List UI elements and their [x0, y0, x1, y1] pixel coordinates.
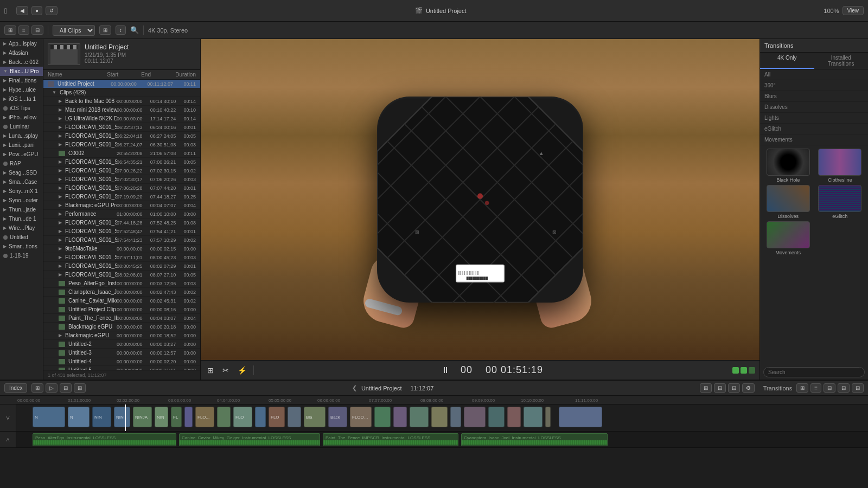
back-button[interactable]: ◀: [16, 6, 28, 15]
transition-movements[interactable]: Movements: [763, 221, 813, 255]
view-button[interactable]: View: [843, 6, 864, 15]
library-row[interactable]: C0002 20:55:20:08 21:06:57:08 00:11: [43, 149, 200, 158]
library-row-performance[interactable]: ▶Performance 01:00:00:00 01:00:10:00 00:…: [43, 210, 200, 219]
trans-section-blurs[interactable]: Blurs: [760, 91, 868, 102]
library-row[interactable]: ▶FLOORCAM_S001_S00... 07:44:18;28 07:52:…: [43, 219, 200, 227]
tl-btn-e[interactable]: ⊟: [852, 383, 864, 393]
toolbar-filter-btn[interactable]: ⊞: [99, 25, 111, 35]
tl-btn-4[interactable]: ⊞: [74, 383, 86, 393]
library-row[interactable]: ▶FLOORCAM_S001_S00... 06:27:24;07 06:30:…: [43, 140, 200, 149]
clip-segment[interactable]: NIN: [114, 407, 130, 427]
library-row[interactable]: ▶FLOORCAM_S001_S00... 07:52:48;47 07:54:…: [43, 227, 200, 236]
sidebar-item-ios1[interactable]: ▶ iOS 1...ta 1: [0, 94, 43, 104]
sidebar-item-thun2[interactable]: ▶ Thun...de 1: [0, 214, 43, 223]
sidebar-item-atlasian[interactable]: ▶ Atlasian: [0, 48, 43, 57]
library-row[interactable]: Paint_The_Fence_IMPS... 00:00:00:00 00:0…: [43, 314, 200, 323]
transition-black-hole[interactable]: Black Hole: [763, 149, 813, 183]
library-row[interactable]: ▶FLOORCAM_S001_S00... 08:00:45;25 08:02:…: [43, 262, 200, 271]
clip-segment[interactable]: [488, 407, 505, 427]
sidebar-item-sony[interactable]: ▶ Sony...mX 1: [0, 187, 43, 196]
clips-dropdown[interactable]: All Clips: [53, 25, 95, 36]
sidebar-item-final[interactable]: ▶ Final...tions: [0, 76, 43, 85]
clip-segment[interactable]: NIN: [155, 407, 168, 427]
clip-segment[interactable]: FL: [171, 407, 182, 427]
audio-clip-3[interactable]: Paint_The_Fence_IMPSCR_Instrumental_LOSS…: [323, 433, 458, 446]
tl-zoom-in[interactable]: ⊞: [700, 383, 712, 393]
toolbar-btn-2[interactable]: ≡: [18, 25, 29, 35]
clip-segment[interactable]: FLO...: [195, 407, 214, 427]
library-row[interactable]: ▶Back to the Mac 008 -... 00:00:00:00 00…: [43, 97, 200, 106]
forward-button[interactable]: ●: [31, 6, 42, 15]
sidebar-item-wire[interactable]: ▶ Wire...Play: [0, 223, 43, 233]
toolbar-sort-btn[interactable]: ↕: [116, 25, 126, 35]
tl-settings[interactable]: ⚙: [742, 383, 755, 393]
clip-segment[interactable]: [431, 407, 448, 427]
trans-section-movements[interactable]: Movements: [760, 134, 868, 145]
speed-icon[interactable]: ⚡: [235, 365, 249, 376]
clip-segment[interactable]: NIN: [92, 407, 111, 427]
sidebar-item-ipho[interactable]: ▶ iPho...ellow: [0, 113, 43, 122]
transition-dissolve[interactable]: Dissolves: [763, 185, 813, 219]
sidebar-item-app-display[interactable]: ▶ App...isplay: [0, 39, 43, 48]
tl-zoom-out[interactable]: ⊟: [714, 383, 726, 393]
tab-installed[interactable]: Installed Transitions: [814, 53, 869, 69]
clip-segment[interactable]: [184, 407, 193, 427]
sidebar-item-blackmagic[interactable]: ▼ Blac...U Pro: [0, 67, 43, 76]
library-row[interactable]: Untitled Project Clip 00:00:00:00 00:00:…: [43, 305, 200, 314]
audio-track-content[interactable]: Peso_AlterEgo_Instrumental_LOSSLESS Cani…: [16, 432, 868, 447]
library-row[interactable]: ▶FLOORCAM_S001_S00... 07:02:30;17 07:06:…: [43, 175, 200, 184]
sidebar-item-hype[interactable]: ▶ Hype...uice: [0, 85, 43, 94]
toolbar-btn-3[interactable]: ⊟: [31, 25, 43, 35]
audio-clip-1[interactable]: Peso_AlterEgo_Instrumental_LOSSLESS: [33, 433, 176, 446]
tl-btn-1[interactable]: ⊞: [31, 383, 43, 393]
preview-video[interactable]: ▲ ⊠ ⊠ ||| |||| || |||| ||| || ██████████…: [201, 39, 760, 360]
library-row-untitled4[interactable]: Untitled-4 00:00:00:00 00:00:02;20 00:00: [43, 357, 200, 366]
tl-fit[interactable]: ⊟: [728, 383, 740, 393]
library-row[interactable]: ▶FLOORCAM_S001_S00... 08:02:08;01 08:07:…: [43, 271, 200, 279]
tl-btn-b[interactable]: ≡: [810, 383, 821, 393]
audio-clip-4[interactable]: Cyanoptera_Isaac_Joel_Instrumental_LOSSL…: [461, 433, 608, 446]
library-row[interactable]: ▶FLOORCAM_S001_S00... 06:22:04;18 06:27:…: [43, 132, 200, 140]
library-row[interactable]: ▶Blackmagic eGPU Pro... 00:00:00:00 00:0…: [43, 201, 200, 210]
library-row[interactable]: ▶FLOORCAM_S001_S00... 07:57:11;01 08:00:…: [43, 253, 200, 262]
clip-segment[interactable]: FLO: [269, 407, 285, 427]
library-row-untitled2[interactable]: Untitled-2 00:00:00:00 00:00:03;27 00:00: [43, 340, 200, 349]
clip-segment[interactable]: FLO: [233, 407, 252, 427]
trans-section-all[interactable]: All: [760, 69, 868, 80]
sidebar-item-seag[interactable]: ▶ Seag...SSD: [0, 168, 43, 177]
clip-segment[interactable]: N: [33, 407, 65, 427]
library-row[interactable]: ▶9to5MacTake 00:00:00:00 00:00:02;15 00:…: [43, 245, 200, 253]
clip-segment[interactable]: NINJA: [133, 407, 152, 427]
toolbar-btn-1[interactable]: ⊞: [4, 25, 16, 35]
library-row-peso[interactable]: Peso_AlterEgo_Instrum... 00:00:00:00 00:…: [43, 279, 200, 288]
library-row[interactable]: Blackmagic eGPU 00:00:00:00 00:00:20;18 …: [43, 323, 200, 331]
sidebar-item-pow[interactable]: ▶ Pow...eGPU: [0, 150, 43, 159]
library-row[interactable]: ▶FLOORCAM_S001_S00... 07:19:09;20 07:44:…: [43, 192, 200, 201]
clip-segment[interactable]: [507, 407, 521, 427]
library-row-untitled3[interactable]: Untitled-3 00:00:00:00 00:00:12;57 00:00: [43, 349, 200, 357]
clip-segment[interactable]: [524, 407, 542, 427]
clip-segment[interactable]: [559, 407, 602, 427]
clip-segment[interactable]: [545, 407, 551, 427]
library-row[interactable]: ▶FLOORCAM_S001_S00... 07:54:41;23 07:57:…: [43, 236, 200, 245]
clip-segment[interactable]: [374, 407, 391, 427]
video-track-content[interactable]: N N NIN NIN NINJA NIN FL: [16, 404, 868, 431]
library-row[interactable]: ▶Blackmagic eGPU 00:00:00:00 00:00:18;52…: [43, 331, 200, 340]
clip-segment[interactable]: [410, 407, 429, 427]
transition-clothesline[interactable]: Clothesline: [815, 149, 865, 183]
timeline-index-button[interactable]: Index: [4, 383, 27, 393]
trim-tool-icon[interactable]: ✂: [220, 365, 231, 376]
audio-clip-2[interactable]: Canine_Caviar_Mikey_Geiger_Instrumental_…: [179, 433, 320, 446]
clip-segment[interactable]: N: [68, 407, 90, 427]
trans-section-360[interactable]: 360°: [760, 80, 868, 91]
sidebar-item-luxii[interactable]: ▶ Luxii...pani: [0, 140, 43, 150]
clip-segment[interactable]: [217, 407, 231, 427]
clip-segment[interactable]: Back: [328, 407, 347, 427]
library-row-untitled5[interactable]: Untitled-5 00:00:00:00 00:00:11;11 00:00: [43, 366, 200, 370]
sidebar-item-118[interactable]: 1-18-19: [0, 251, 43, 260]
library-row[interactable]: ▶FLOORCAM_S001_S00... 06:22:37;13 06:24:…: [43, 123, 200, 132]
tl-arrow-left[interactable]: ❮: [352, 384, 357, 391]
library-row[interactable]: ▶Mac mini 2018 review 00:00:00:00 00:10:…: [43, 106, 200, 114]
trans-section-lights[interactable]: Lights: [760, 113, 868, 124]
library-row[interactable]: ▶LG UltraWide 5K2K Dis... 00:00:00:00 17…: [43, 114, 200, 123]
